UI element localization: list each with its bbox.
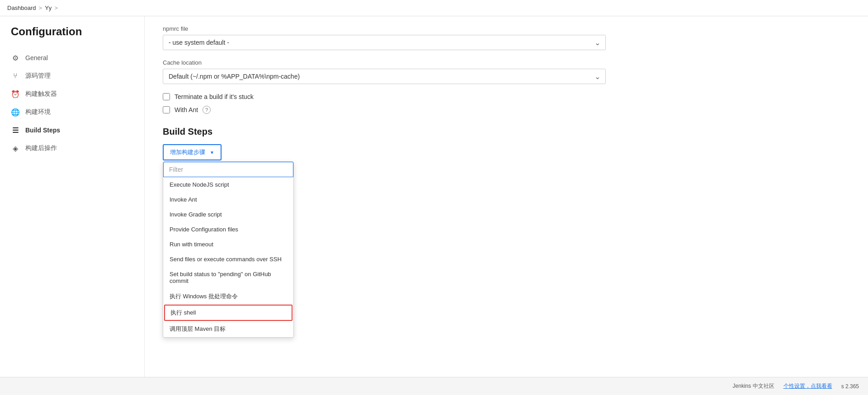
with-ant-label: With Ant xyxy=(175,106,198,113)
sidebar-item-general[interactable]: ⚙ General xyxy=(0,49,144,67)
sidebar-item-post-build[interactable]: ◈ 构建后操作 xyxy=(0,139,144,157)
add-step-wrapper: 增加构建步骤 ▼ Execute NodeJS script Invoke An… xyxy=(163,144,222,160)
dropdown-item-timeout[interactable]: Run with timeout xyxy=(163,237,293,252)
post-build-icon: ◈ xyxy=(11,144,20,153)
dropdown-item-nodejs[interactable]: Execute NodeJS script xyxy=(163,177,293,192)
dropdown-filter-input[interactable] xyxy=(163,162,293,177)
dropdown-item-windows-cmd[interactable]: 执行 Windows 批处理命令 xyxy=(163,288,293,305)
npmrc-select-wrapper: - use system default - ⌄ xyxy=(163,35,606,50)
dropdown-item-config-files[interactable]: Provide Configuration files xyxy=(163,222,293,237)
sidebar-item-trigger[interactable]: ⏰ 构建触发器 xyxy=(0,85,144,103)
build-steps-icon: ☰ xyxy=(11,126,20,135)
help-icon[interactable]: ? xyxy=(203,106,211,114)
with-ant-row: With Ant ? xyxy=(163,106,850,114)
cache-label: Cache location xyxy=(163,59,850,66)
cache-select-wrapper: Default (~/.npm or %APP_DATA%\npm-cache)… xyxy=(163,69,606,84)
breadcrumb-sep-2: > xyxy=(54,5,58,11)
cache-section: Cache location Default (~/.npm or %APP_D… xyxy=(163,59,850,84)
gear-icon: ⚙ xyxy=(11,53,20,62)
version-label: s 2.365 xyxy=(841,383,859,390)
terminate-checkbox[interactable] xyxy=(163,93,170,100)
breadcrumb-dashboard[interactable]: Dashboard xyxy=(7,5,36,11)
sidebar-item-environment[interactable]: 🌐 构建环境 xyxy=(0,103,144,121)
status-bar: Jenkins 中文社区 个性设置，点我看看 s 2.365 xyxy=(0,377,868,395)
terminate-row: Terminate a build if it's stuck xyxy=(163,93,850,100)
dropdown-item-ssh[interactable]: Send files or execute commands over SSH xyxy=(163,252,293,267)
npmrc-select[interactable]: - use system default - xyxy=(163,35,606,50)
environment-icon: 🌐 xyxy=(11,108,20,117)
jenkins-community-label: Jenkins 中文社区 xyxy=(733,382,774,390)
breadcrumb: Dashboard > Yy > xyxy=(0,0,868,16)
sidebar-item-source-label: 源码管理 xyxy=(25,72,51,80)
settings-link[interactable]: 个性设置，点我看看 xyxy=(783,382,832,390)
add-step-button-label: 增加构建步骤 xyxy=(170,148,205,156)
add-step-button[interactable]: 增加构建步骤 ▼ xyxy=(163,144,222,160)
breadcrumb-yy[interactable]: Yy xyxy=(45,5,52,11)
dropdown-item-invoke-ant[interactable]: Invoke Ant xyxy=(163,192,293,207)
with-ant-checkbox[interactable] xyxy=(163,106,170,113)
sidebar: Configuration ⚙ General ⑂ 源码管理 ⏰ 构建触发器 🌐… xyxy=(0,16,145,377)
dropdown-item-shell[interactable]: 执行 shell xyxy=(164,305,292,321)
source-icon: ⑂ xyxy=(11,71,20,80)
npmrc-label: npmrc file xyxy=(163,25,850,32)
build-step-dropdown: Execute NodeJS script Invoke Ant Invoke … xyxy=(163,161,294,338)
trigger-icon: ⏰ xyxy=(11,89,20,99)
cache-select[interactable]: Default (~/.npm or %APP_DATA%\npm-cache) xyxy=(163,69,606,84)
breadcrumb-sep-1: > xyxy=(39,5,42,11)
sidebar-item-general-label: General xyxy=(25,54,48,61)
add-step-arrow-icon: ▼ xyxy=(210,150,214,155)
sidebar-item-environment-label: 构建环境 xyxy=(25,108,51,116)
sidebar-item-build-steps-label: Build Steps xyxy=(25,127,60,134)
sidebar-item-build-steps[interactable]: ☰ Build Steps xyxy=(0,121,144,139)
main-content: npmrc file - use system default - ⌄ Cach… xyxy=(145,16,868,377)
sidebar-title: Configuration xyxy=(0,25,144,49)
dropdown-item-maven[interactable]: 调用顶层 Maven 目标 xyxy=(163,321,293,337)
dropdown-item-github-status[interactable]: Set build status to "pending" on GitHub … xyxy=(163,267,293,288)
build-steps-section-title: Build Steps xyxy=(163,127,850,137)
npmrc-section: npmrc file - use system default - ⌄ xyxy=(163,25,850,50)
sidebar-item-post-build-label: 构建后操作 xyxy=(25,144,57,152)
sidebar-item-trigger-label: 构建触发器 xyxy=(25,90,57,98)
terminate-label: Terminate a build if it's stuck xyxy=(175,93,254,100)
dropdown-item-gradle[interactable]: Invoke Gradle script xyxy=(163,207,293,222)
sidebar-item-source[interactable]: ⑂ 源码管理 xyxy=(0,67,144,85)
